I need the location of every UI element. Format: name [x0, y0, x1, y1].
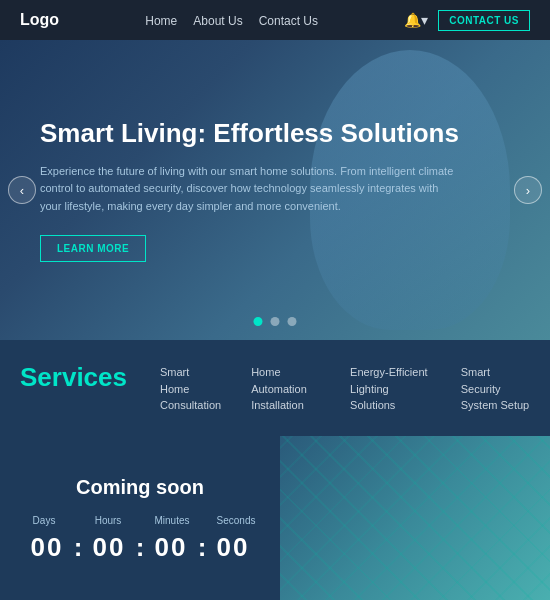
coming-soon-title: Coming soon: [76, 476, 204, 499]
hero-prev-button[interactable]: ‹: [8, 176, 36, 204]
label-days: Days: [20, 515, 68, 526]
hero-dots: [254, 317, 297, 326]
countdown-labels: Days Hours Minutes Seconds: [20, 515, 260, 526]
countdown-seconds: 00: [209, 532, 257, 563]
sep-label-2: [132, 515, 148, 526]
hero-content: Smart Living: Effortless Solutions Exper…: [0, 118, 500, 263]
dot-2[interactable]: [271, 317, 280, 326]
dot-3[interactable]: [288, 317, 297, 326]
label-minutes: Minutes: [148, 515, 196, 526]
service-item-4: Smart Security System Setup: [461, 364, 530, 414]
services-list: Smart Home Consultation Home Automation …: [160, 362, 530, 414]
services-title: Services: [20, 362, 140, 393]
learn-more-button[interactable]: LEARN MORE: [40, 235, 146, 262]
countdown-sep-2: :: [133, 532, 147, 563]
service-item-3: Energy-Efficient Lighting Solutions: [350, 364, 431, 414]
label-seconds: Seconds: [212, 515, 260, 526]
logo: Logo: [20, 11, 59, 29]
countdown-minutes: 00: [147, 532, 195, 563]
navbar: Logo Home About Us Contact Us 🔔▾ CONTACT…: [0, 0, 550, 40]
services-section: Services Smart Home Consultation Home Au…: [0, 340, 550, 436]
hero-next-button[interactable]: ›: [514, 176, 542, 204]
pattern-overlay: [280, 436, 550, 601]
dot-1[interactable]: [254, 317, 263, 326]
countdown-display: 00 : 00 : 00 : 00: [23, 532, 257, 563]
nav-home[interactable]: Home: [145, 14, 177, 28]
hero-description: Experience the future of living with our…: [40, 163, 460, 216]
sep-label-1: [68, 515, 84, 526]
nav-about[interactable]: About Us: [193, 14, 242, 28]
service-item-1: Smart Home Consultation: [160, 364, 221, 414]
label-hours: Hours: [84, 515, 132, 526]
countdown-days: 00: [23, 532, 71, 563]
contact-us-button[interactable]: CONTACT US: [438, 10, 530, 31]
coming-soon-left: Coming soon Days Hours Minutes Seconds 0…: [0, 436, 280, 601]
countdown-hours: 00: [85, 532, 133, 563]
countdown-sep-3: :: [195, 532, 209, 563]
coming-soon-section: Coming soon Days Hours Minutes Seconds 0…: [0, 436, 550, 601]
bell-icon[interactable]: 🔔▾: [404, 12, 428, 28]
nav-contact[interactable]: Contact Us: [259, 14, 318, 28]
sep-label-3: [196, 515, 212, 526]
countdown-sep-1: :: [71, 532, 85, 563]
coming-soon-right: [280, 436, 550, 601]
service-item-2: Home Automation Installation: [251, 364, 320, 414]
hero-title: Smart Living: Effortless Solutions: [40, 118, 460, 149]
hero-section: ‹ Smart Living: Effortless Solutions Exp…: [0, 40, 550, 340]
nav-links: Home About Us Contact Us: [145, 11, 318, 29]
nav-right: 🔔▾ CONTACT US: [404, 10, 530, 31]
